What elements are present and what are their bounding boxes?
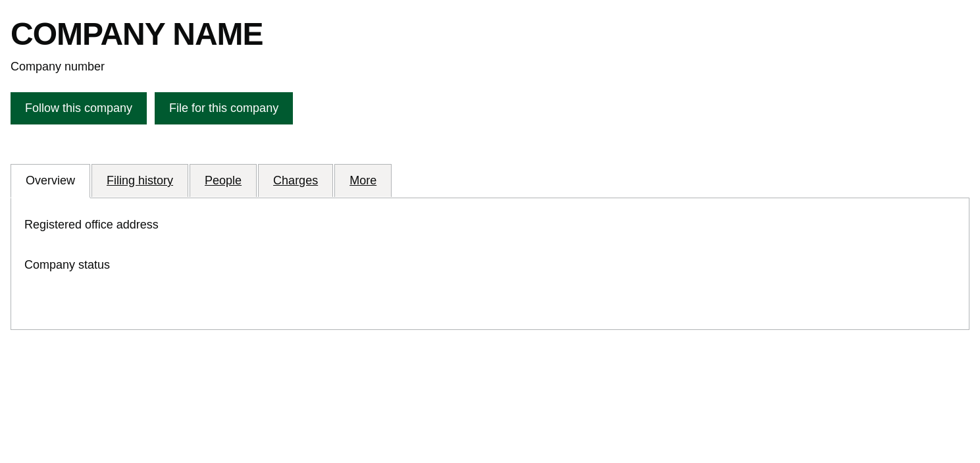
tab-content-overview: Registered office address Company status [11, 198, 969, 330]
follow-company-button[interactable]: Follow this company [11, 92, 147, 124]
registered-office-address: Registered office address [24, 218, 956, 232]
tabs-container: Overview Filing history People Charges M… [11, 164, 969, 330]
tab-overview[interactable]: Overview [11, 164, 91, 198]
tabs-nav: Overview Filing history People Charges M… [11, 164, 969, 198]
tab-more[interactable]: More [334, 164, 393, 198]
action-buttons: Follow this company File for this compan… [11, 92, 969, 124]
tab-charges-link[interactable]: Charges [258, 164, 333, 197]
tab-charges[interactable]: Charges [258, 164, 334, 198]
tab-filing-history[interactable]: Filing history [91, 164, 190, 198]
file-for-company-button[interactable]: File for this company [155, 92, 293, 124]
tab-filing-history-link[interactable]: Filing history [91, 164, 188, 197]
tab-overview-link[interactable]: Overview [11, 164, 90, 198]
tab-more-link[interactable]: More [334, 164, 392, 197]
company-number-label: Company number [11, 60, 969, 74]
tab-people-link[interactable]: People [190, 164, 257, 197]
company-status: Company status [24, 258, 956, 272]
tab-people[interactable]: People [190, 164, 258, 198]
company-name: COMPANY NAME [11, 16, 969, 52]
